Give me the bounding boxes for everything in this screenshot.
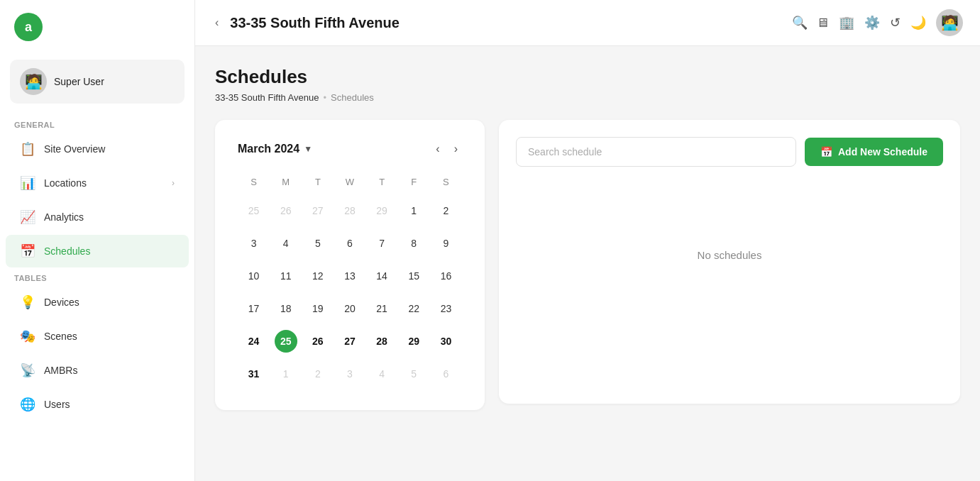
sidebar-item-devices[interactable]: 💡 Devices (6, 286, 189, 319)
day-number: 1 (402, 199, 425, 222)
calendar-day[interactable]: 12 (302, 260, 334, 292)
devices-icon: 💡 (20, 294, 35, 310)
header-avatar[interactable]: 🧑‍💻 (936, 9, 963, 36)
sidebar-item-ambrs[interactable]: 📡 AMBRs (6, 354, 189, 387)
calendar-day[interactable]: 8 (398, 227, 430, 260)
calendar-day[interactable]: 6 (430, 358, 462, 390)
sidebar-item-users[interactable]: 🌐 Users (6, 388, 189, 421)
header-search-icon[interactable]: 🔍 (792, 15, 808, 31)
calendar-day[interactable]: 26 (270, 194, 302, 227)
gear-icon[interactable]: ⚙️ (864, 15, 880, 31)
calendar-day[interactable]: 28 (334, 194, 365, 227)
calendar-day[interactable]: 23 (430, 292, 462, 325)
calendar-day[interactable]: 4 (366, 358, 398, 390)
calendar-day[interactable]: 14 (366, 260, 398, 292)
calendar-week-row: 24252627282930 (238, 325, 462, 358)
calendar-day[interactable]: 22 (398, 292, 430, 325)
day-number: 7 (370, 232, 393, 255)
building-icon[interactable]: 🏢 (839, 15, 854, 31)
logo-letter: a (25, 20, 32, 35)
day-number: 1 (275, 363, 297, 385)
calendar-day[interactable]: 27 (302, 194, 334, 227)
breadcrumb-location[interactable]: 33-35 South Fifth Avenue (215, 92, 319, 103)
day-number: 29 (370, 199, 393, 222)
day-number: 21 (370, 297, 393, 320)
chevron-right-icon: › (172, 178, 175, 188)
calendar-day[interactable]: 28 (366, 325, 398, 358)
sidebar-item-label: Locations (44, 177, 87, 189)
calendar-day[interactable]: 1 (398, 194, 430, 227)
calendar-day[interactable]: 30 (430, 325, 462, 358)
prev-month-button[interactable]: ‹ (431, 140, 444, 158)
calendar-day[interactable]: 25 (270, 325, 302, 358)
main-area: ‹ 33-35 South Fifth Avenue 🔍 🖥 🏢 ⚙️ ↺ 🌙 … (195, 0, 980, 481)
refresh-icon[interactable]: ↺ (890, 15, 901, 31)
header: ‹ 33-35 South Fifth Avenue 🔍 🖥 🏢 ⚙️ ↺ 🌙 … (195, 0, 980, 46)
calendar-day[interactable]: 29 (398, 325, 430, 358)
day-number: 3 (243, 232, 265, 255)
search-schedule-input[interactable] (516, 137, 796, 167)
day-number: 22 (402, 297, 425, 320)
sidebar-item-locations[interactable]: 📊 Locations › (6, 167, 189, 199)
day-number: 5 (307, 232, 329, 255)
day-number: 25 (243, 199, 265, 222)
sidebar-item-label: Scenes (44, 331, 77, 342)
monitor-icon[interactable]: 🖥 (816, 16, 829, 31)
calendar-week-row: 17181920212223 (238, 292, 462, 325)
calendar-day[interactable]: 21 (366, 292, 398, 325)
calendar-day[interactable]: 2 (302, 358, 334, 390)
collapse-sidebar-button[interactable]: ‹ (212, 13, 221, 32)
site-overview-icon: 📋 (20, 141, 35, 157)
add-schedule-button[interactable]: 📅 Add New Schedule (805, 138, 943, 166)
calendar-day[interactable]: 25 (238, 194, 270, 227)
sidebar-item-analytics[interactable]: 📈 Analytics (6, 201, 189, 233)
month-picker-button[interactable]: March 2024 ▼ (238, 143, 312, 155)
calendar-day[interactable]: 6 (334, 227, 365, 260)
calendar-day[interactable]: 13 (334, 260, 365, 292)
calendar-day[interactable]: 2 (430, 194, 462, 227)
calendar-day[interactable]: 24 (238, 325, 270, 358)
next-month-button[interactable]: › (450, 140, 462, 158)
day-number: 6 (338, 232, 361, 255)
calendar-day[interactable]: 19 (302, 292, 334, 325)
sidebar-item-schedules[interactable]: 📅 Schedules (6, 235, 189, 267)
calendar-day[interactable]: 17 (238, 292, 270, 325)
calendar-day[interactable]: 7 (366, 227, 398, 260)
calendar-day[interactable]: 4 (270, 227, 302, 260)
weekday-header: W (334, 172, 365, 194)
calendar-day[interactable]: 16 (430, 260, 462, 292)
calendar-day[interactable]: 15 (398, 260, 430, 292)
calendar-day[interactable]: 1 (270, 358, 302, 390)
app-logo[interactable]: a (14, 13, 43, 41)
calendar-day[interactable]: 11 (270, 260, 302, 292)
calendar-day[interactable]: 3 (334, 358, 365, 390)
calendar-day[interactable]: 10 (238, 260, 270, 292)
calendar-day[interactable]: 26 (302, 325, 334, 358)
schedule-panel: 📅 Add New Schedule No schedules (499, 120, 960, 404)
weekday-header: T (302, 172, 334, 194)
calendar-day[interactable]: 5 (302, 227, 334, 260)
sidebar-item-scenes[interactable]: 🎭 Scenes (6, 320, 189, 353)
calendar-day[interactable]: 29 (366, 194, 398, 227)
calendar-day[interactable]: 3 (238, 227, 270, 260)
calendar-day[interactable]: 9 (430, 227, 462, 260)
sidebar-user-name: Super User (54, 76, 104, 87)
day-number: 3 (338, 363, 361, 385)
section-label-general: GENERAL (0, 115, 194, 132)
weekday-header: S (430, 172, 462, 194)
header-title: 33-35 South Fifth Avenue (230, 15, 781, 31)
calendar-day[interactable]: 27 (334, 325, 365, 358)
scenes-icon: 🎭 (20, 328, 35, 344)
calendar-day[interactable]: 18 (270, 292, 302, 325)
breadcrumb-separator: • (323, 92, 326, 103)
moon-icon[interactable]: 🌙 (910, 15, 926, 31)
calendar-day[interactable]: 31 (238, 358, 270, 390)
logo-area: a (0, 0, 194, 54)
user-card[interactable]: 🧑‍💻 Super User (10, 60, 185, 104)
calendar-day[interactable]: 20 (334, 292, 365, 325)
current-month-label: March 2024 (238, 143, 299, 155)
day-number: 28 (370, 330, 393, 353)
sidebar-item-site-overview[interactable]: 📋 Site Overview (6, 133, 189, 165)
calendar-day[interactable]: 5 (398, 358, 430, 390)
schedule-top-bar: 📅 Add New Schedule (516, 137, 943, 167)
